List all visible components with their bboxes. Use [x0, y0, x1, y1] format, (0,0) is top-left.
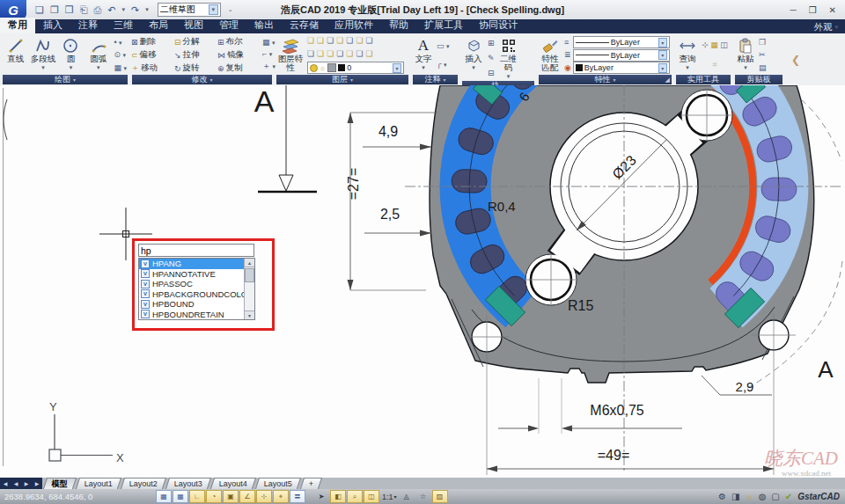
dimension-icon[interactable]: ▭ ▾ — [437, 41, 450, 50]
autocomplete-item[interactable]: V HPBOUND — [139, 299, 254, 310]
clipboard-extra-tools[interactable]: ❐ ✂ ▤ — [757, 35, 768, 75]
autocomplete-scrollbar[interactable]: ▲ ▼ — [244, 259, 254, 319]
dim-2-9[interactable]: 2,9 — [702, 376, 772, 395]
erase-button[interactable]: ⊠删除 — [131, 35, 174, 48]
network-icon[interactable]: ◍ — [759, 492, 767, 501]
utilities-extra-tools[interactable]: ⊹▦ ◫⌗ — [700, 35, 730, 75]
appearance-button[interactable]: 外观▾ — [813, 21, 845, 33]
autocomplete-item[interactable]: V HPASSOC — [139, 279, 254, 289]
close-button[interactable]: ✕ — [829, 5, 836, 15]
calculator-icon[interactable]: ◫ — [720, 40, 728, 49]
tab-help[interactable]: 帮助 — [381, 18, 416, 33]
drawing-canvas[interactable]: =27= 4,9 2,5 Ø23 R0,4 R15 6 2,9 — [0, 85, 845, 478]
move-button[interactable]: ＋移动 — [131, 62, 174, 75]
autocomplete-item[interactable]: V HPANNOTATIVE — [139, 269, 254, 280]
explode-button[interactable]: ⊟分解 — [174, 35, 217, 48]
tab-3d[interactable]: 三维 — [106, 18, 141, 33]
draw-extra-tools[interactable]: • ▾ ⊙ ▾ ▦ ▾ — [112, 35, 129, 75]
first-layout-icon[interactable]: ◀ — [4, 480, 8, 486]
edit-block-icon[interactable]: ✎ — [488, 54, 495, 62]
properties-dialog-launcher-icon[interactable]: ◢ — [665, 77, 670, 84]
layer-properties-button[interactable]: 图层特性 — [276, 35, 305, 75]
tab-manage[interactable]: 管理 — [211, 18, 246, 33]
undo-caret-icon[interactable]: ▾ — [121, 6, 125, 13]
tab-home[interactable]: 常用 — [0, 18, 35, 33]
open-file-icon[interactable]: ❐ — [50, 4, 59, 16]
next-layout-icon[interactable]: ▶ — [25, 480, 29, 486]
snap-toggle-icon[interactable]: ▦ — [173, 490, 188, 503]
dim-thread[interactable]: M6x0,75 — [498, 378, 682, 434]
osnap-toggle-icon[interactable]: ▣ — [223, 490, 239, 503]
boolean-button[interactable]: ⊞布尔 — [217, 35, 261, 48]
auto-annotation-icon[interactable]: ☆ — [415, 490, 431, 503]
create-block-icon[interactable]: ⊞ — [488, 39, 495, 47]
print-icon[interactable]: ⎙ — [93, 4, 101, 16]
lineweight-toggle-icon[interactable]: 〓 — [290, 490, 305, 503]
leader-icon[interactable]: ╭ ▾ — [437, 60, 450, 69]
minimize-button[interactable]: ─ — [790, 5, 797, 15]
paste-button[interactable]: 粘贴 ▾ — [734, 35, 757, 75]
area-icon[interactable]: ▦ — [710, 40, 718, 49]
add-layout-button[interactable]: + — [300, 478, 322, 489]
undo-icon[interactable]: ↶ — [107, 4, 115, 16]
array-icon[interactable]: ▦ ▾ — [262, 38, 276, 47]
annotation-visibility-icon[interactable]: ◬ — [399, 490, 415, 503]
inquiry-button[interactable]: 查询 ▾ — [675, 35, 700, 75]
redo-caret-icon[interactable]: ▾ — [145, 6, 149, 13]
properties-extra-tools[interactable]: ≡ ≣ ◉ — [562, 35, 573, 75]
tab-layout1[interactable]: Layout1 — [76, 478, 121, 489]
tab-annotate[interactable]: 注释 — [70, 18, 106, 33]
tab-layout4[interactable]: Layout4 — [210, 478, 256, 489]
dim-27[interactable]: =27= — [346, 113, 437, 290]
autocomplete-item[interactable]: V HPBACKGROUNDCOLOR — [139, 289, 254, 300]
layer-tool-row-2[interactable]: ❏❏❏❏❏❏❏ — [307, 49, 404, 58]
tab-layout2[interactable]: Layout2 — [121, 478, 166, 489]
otrack-toggle-icon[interactable]: ∠ — [239, 490, 255, 503]
attributes-icon[interactable]: ⊟ — [488, 69, 495, 77]
polyline-button[interactable]: 多段线 ▾ — [29, 35, 56, 75]
scroll-up-icon[interactable]: ▲ — [245, 259, 254, 267]
circle-button[interactable]: 圆 ▾ — [57, 35, 84, 75]
color-dropdown[interactable]: ByLayer ▾ — [573, 62, 670, 74]
dim-r15[interactable]: R15 — [568, 298, 593, 313]
panel-label-annotation[interactable]: 注释▾ — [413, 75, 458, 84]
new-file-icon[interactable]: ❏ — [35, 4, 44, 16]
autocomplete-item[interactable]: V HPANG — [139, 259, 254, 269]
tab-collaboration[interactable]: 协同设计 — [471, 18, 525, 33]
workspace-dropdown[interactable]: 二维草图 ▾ — [158, 3, 221, 17]
block-extra-tools[interactable]: ⊞ ✎ ⊟ — [486, 35, 496, 81]
line-button[interactable]: 直线 — [2, 35, 29, 75]
redo-icon[interactable]: ↷ — [131, 4, 139, 16]
workspace-switch-icon[interactable]: ▨ — [432, 490, 448, 503]
restore-button[interactable]: ❐ — [809, 5, 817, 15]
tab-insert[interactable]: 插入 — [35, 18, 70, 33]
tab-apps[interactable]: 应用软件 — [327, 18, 381, 33]
panel-label-utilities[interactable]: 实用工具 — [676, 75, 731, 84]
cut-icon[interactable]: ✂ — [759, 50, 767, 59]
save-as-icon[interactable]: ⎗ — [80, 4, 88, 16]
settings-gear-icon[interactable]: ⚙ — [718, 492, 726, 501]
hatch-icon[interactable]: ▦ ▾ — [114, 63, 127, 72]
grid-toggle-icon[interactable]: ▦ — [156, 490, 172, 503]
select-cursor-icon[interactable]: ➤ — [313, 490, 329, 503]
tab-layout5[interactable]: Layout5 — [255, 478, 301, 489]
color-wheel-icon[interactable]: ◉ — [564, 63, 571, 72]
dim-r04[interactable]: R0,4 — [488, 199, 516, 214]
toolbar-options-icon[interactable]: ⌄ — [228, 6, 233, 13]
layer-tool-row-1[interactable]: ❏❏❏❏❏❏❏ — [307, 36, 404, 45]
prev-layout-icon[interactable]: ◀ — [14, 480, 18, 486]
dim-4-9[interactable]: 4,9 — [363, 124, 431, 150]
clean-screen-icon[interactable]: ◫ — [364, 490, 379, 503]
scroll-down-icon[interactable]: ▼ — [245, 310, 254, 319]
layer-select-dropdown[interactable]: ☼ 0 ▾ — [307, 62, 404, 74]
paste-special-icon[interactable]: ▤ — [759, 63, 767, 72]
command-input[interactable] — [138, 244, 254, 257]
bulb-icon[interactable]: ☼ — [745, 492, 753, 501]
magnifier-icon[interactable]: ⌕ — [347, 490, 363, 503]
fullscreen-icon[interactable]: ▢ — [771, 492, 779, 501]
dynamic-input-toggle-icon[interactable]: ⌖ — [273, 490, 289, 503]
text-button[interactable]: A 文字 ▾ — [412, 35, 435, 75]
save-icon[interactable]: ❒ — [65, 4, 74, 16]
tab-view[interactable]: 视图 — [176, 18, 211, 33]
offset-button[interactable]: ⊂偏移 — [131, 48, 174, 62]
